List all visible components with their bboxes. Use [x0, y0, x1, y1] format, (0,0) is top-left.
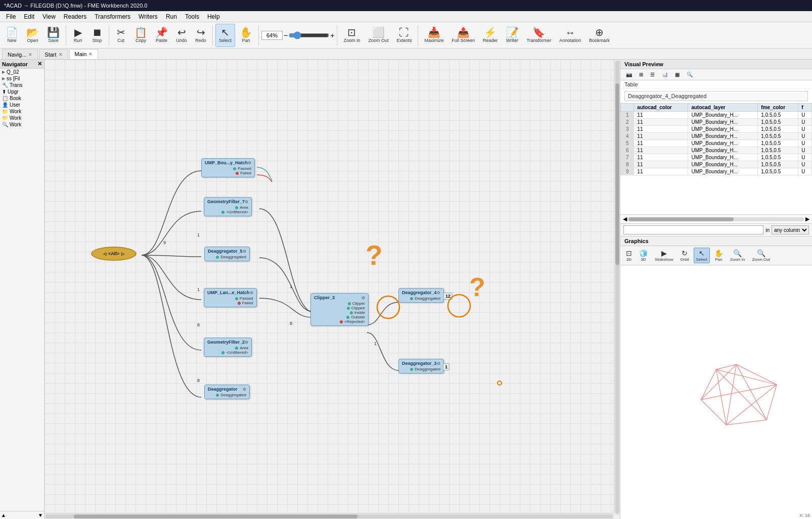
vp-table-btn[interactable]: ☰: [648, 71, 657, 78]
canvas-v-scroll[interactable]: [614, 60, 620, 513]
transformer-button[interactable]: ⚡ Reader: [479, 24, 502, 47]
nav-item-upgrade[interactable]: ⬆ Upgr: [0, 88, 44, 95]
graphics-orbit-btn[interactable]: ↻ Orbit: [678, 248, 691, 263]
reader-button[interactable]: 📥 Maximize: [421, 24, 447, 47]
paste-button[interactable]: 📌 Paste: [152, 24, 171, 47]
vp-grid-btn[interactable]: ⊞: [637, 71, 646, 78]
table-row[interactable]: 9 11 UMP_Boundary_H... 1,0.5,0.5 U: [621, 168, 812, 175]
graphics-3d-btn[interactable]: 🧊 3D: [637, 248, 650, 263]
clipper-3-node[interactable]: Clipper_3 ⚙ Clipper Clippee Inside Outsi…: [310, 293, 369, 326]
menu-run[interactable]: Run: [162, 12, 181, 21]
deaggregator-3-node[interactable]: Deaggregator_3 ⚙ Deaggregated 1: [398, 359, 444, 373]
graphics-2d-btn[interactable]: ⊡ 2D: [623, 248, 635, 263]
ump-boundary-hatch-node[interactable]: UMP_Bou...y_Hatch ⚙ Passed Failed: [201, 158, 255, 177]
node-settings-icon[interactable]: ⚙: [243, 387, 246, 392]
geometry-filter-7-node[interactable]: GeometryFilter_7 ⚙ Area <Unfiltered>: [204, 197, 252, 216]
save-button[interactable]: 💾 Save: [43, 24, 63, 47]
open-button[interactable]: 📂 Open: [23, 24, 42, 47]
auto-layout-button[interactable]: ↔ Annotation: [556, 24, 584, 47]
node-settings-icon[interactable]: ⚙: [362, 296, 365, 300]
deaggregator-4-node[interactable]: Deaggregator_4 ⚙ Deaggregated 12: [398, 288, 444, 303]
zoom-input[interactable]: [261, 31, 283, 40]
graphics-zoom-out-btn[interactable]: 🔍 Zoom Out: [749, 248, 773, 263]
full-screen-button[interactable]: ⛶ Extents: [393, 24, 415, 47]
menu-writers[interactable]: Writers: [134, 12, 162, 21]
canvas[interactable]: 9 1 1 8 8 1 8 1 ◁ <All> ▷: [44, 60, 620, 519]
node-settings-icon[interactable]: ⚙: [437, 291, 440, 295]
vp-camera-btn[interactable]: 📷: [623, 71, 635, 78]
node-settings-icon[interactable]: ⚙: [248, 161, 251, 165]
tab-start-close[interactable]: ✕: [59, 52, 63, 57]
tab-main-close[interactable]: ✕: [88, 52, 93, 57]
pan-button[interactable]: ✋ Pan: [236, 24, 256, 47]
node-settings-icon[interactable]: ⚙: [250, 291, 253, 295]
node-settings-icon[interactable]: ⚙: [245, 200, 248, 204]
annotation-button[interactable]: 📝 Writer: [503, 24, 522, 47]
col-fme-color[interactable]: fme_color: [758, 104, 798, 112]
node-settings-icon[interactable]: ⚙: [245, 340, 248, 345]
node-settings-icon[interactable]: ⚙: [243, 249, 246, 254]
menu-edit[interactable]: Edit: [20, 12, 38, 21]
bookmark-button[interactable]: 🔖 Transformer: [523, 24, 555, 47]
search-column-select[interactable]: any column: [772, 225, 809, 234]
zoom-plus-icon[interactable]: +: [330, 31, 334, 39]
table-row[interactable]: 6 11 UMP_Boundary_H... 1,0.5,0.5 U: [621, 147, 812, 154]
table-row[interactable]: 8 11 UMP_Boundary_H... 1,0.5,0.5 U: [621, 161, 812, 168]
menu-help[interactable]: Help: [203, 12, 224, 21]
nav-item-work1[interactable]: 📁 Work: [0, 108, 44, 115]
menu-tools[interactable]: Tools: [181, 12, 203, 21]
maximize-button[interactable]: ⬜ Zoom Out: [365, 24, 392, 47]
new-button[interactable]: 📄 New: [2, 24, 22, 47]
tab-main[interactable]: Main ✕: [69, 49, 99, 59]
zoom-minus-icon[interactable]: −: [284, 31, 288, 39]
vp-bar-btn[interactable]: ▦: [672, 71, 682, 78]
zoom-slider[interactable]: [289, 31, 329, 39]
nav-item-work2[interactable]: 📁 Work: [0, 115, 44, 121]
source-node[interactable]: ◁ <All> ▷: [91, 247, 137, 261]
deaggregator-node[interactable]: Deaggregator ⚙ Deaggregated: [204, 385, 250, 399]
navigator-close[interactable]: ✕: [37, 61, 42, 67]
col-autocad-color[interactable]: autocad_color: [634, 104, 688, 112]
menu-readers[interactable]: Readers: [60, 12, 91, 21]
redo-button[interactable]: ↪ Redo: [192, 24, 210, 47]
nav-item-book[interactable]: 📋 Book: [0, 95, 44, 102]
table-row[interactable]: 4 11 UMP_Boundary_H... 1,0.5,0.5 U: [621, 133, 812, 140]
ump-landscape-hatch-node[interactable]: UMP_Lan...e_Hatch ⚙ Passed Failed: [204, 288, 257, 307]
data-table-container[interactable]: autocad_color autocad_layer fme_color f …: [620, 103, 812, 214]
tab-navigator[interactable]: Navig... ✕: [2, 49, 38, 59]
col-f[interactable]: f: [798, 104, 812, 112]
vp-magnifier-btn[interactable]: 🔍: [684, 71, 695, 78]
nav-scroll-down[interactable]: ▼: [38, 512, 43, 518]
geometry-filter-2-node[interactable]: GeometryFilter_2 ⚙ Area <Unfiltered>: [204, 338, 252, 357]
deaggregator-5-node[interactable]: Deaggregator_5 ⚙ Deaggregated: [204, 247, 250, 261]
menu-view[interactable]: View: [38, 12, 60, 21]
col-autocad-layer[interactable]: autocad_layer: [688, 104, 758, 112]
cut-button[interactable]: ✂ Cut: [112, 24, 130, 47]
nav-item-trans[interactable]: 🔧 Trans: [0, 82, 44, 88]
nav-item-q02[interactable]: ▶ Q_02: [0, 69, 44, 75]
canvas-inner[interactable]: 9 1 1 8 8 1 8 1 ◁ <All> ▷: [44, 60, 620, 519]
table-row[interactable]: 1 11 UMP_Boundary_H... 1,0.5,0.5 U: [621, 112, 812, 119]
node-settings-icon[interactable]: ⚙: [437, 361, 440, 366]
menu-file[interactable]: File: [2, 12, 20, 21]
graphics-slideshow-btn[interactable]: ▶ Slideshow: [652, 248, 675, 263]
writer-button[interactable]: 📤 Full Screen: [448, 24, 478, 47]
graphics-select-btn[interactable]: ↖ Select: [694, 248, 710, 263]
vp-chart-btn[interactable]: 📊: [659, 71, 670, 78]
graphics-pan-btn[interactable]: ✋ Pan: [712, 248, 726, 263]
nav-item-work3[interactable]: 🔍 Work: [0, 121, 44, 128]
scroll-right-btn[interactable]: ▶: [804, 216, 811, 222]
extents-button[interactable]: ⊡ Zoom In: [340, 24, 364, 47]
table-row[interactable]: 5 11 UMP_Boundary_H... 1,0.5,0.5 U: [621, 140, 812, 147]
undo-button[interactable]: ↩ Undo: [172, 24, 191, 47]
graphics-view[interactable]: X: 16: [620, 265, 812, 519]
select-button[interactable]: ↖ Select: [215, 24, 235, 47]
center-button[interactable]: ⊕ Bookmark: [585, 24, 613, 47]
search-input[interactable]: [623, 225, 763, 234]
table-row[interactable]: 7 11 UMP_Boundary_H... 1,0.5,0.5 U: [621, 154, 812, 161]
nav-item-ss[interactable]: ▶ ss [Fil: [0, 75, 44, 82]
stop-button[interactable]: ⏹ Stop: [88, 24, 106, 47]
table-row[interactable]: 3 11 UMP_Boundary_H... 1,0.5,0.5 U: [621, 126, 812, 133]
table-row[interactable]: 2 11 UMP_Boundary_H... 1,0.5,0.5 U: [621, 119, 812, 126]
graphics-zoom-in-btn[interactable]: 🔍 Zoom In: [728, 248, 747, 263]
